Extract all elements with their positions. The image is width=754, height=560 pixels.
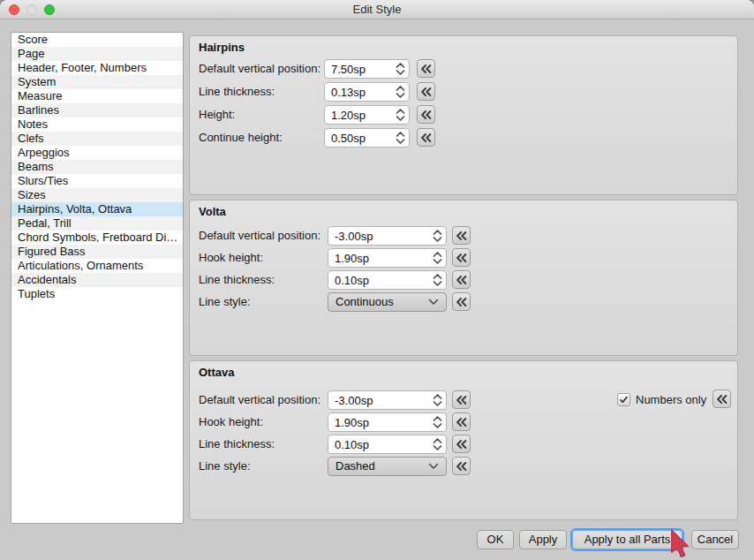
close-icon[interactable] — [9, 4, 19, 15]
sidebar-item-measure[interactable]: Measure — [11, 89, 183, 103]
chevron-down-icon[interactable] — [396, 139, 405, 144]
reset-icon — [455, 297, 468, 307]
reset-button[interactable] — [417, 82, 435, 101]
spinbox-input[interactable] — [325, 60, 391, 78]
chevron-down-icon[interactable] — [396, 93, 405, 98]
chevron-down-icon[interactable] — [433, 237, 442, 242]
sidebar-item-tuplets[interactable]: Tuplets — [11, 287, 183, 301]
hook-height-spinbox[interactable] — [328, 412, 447, 432]
spinbox-steppers[interactable] — [395, 129, 406, 147]
numbers-only-label: Numbers only — [636, 390, 706, 410]
reset-button[interactable] — [417, 128, 435, 147]
sidebar-item-arpeggios[interactable]: Arpeggios — [11, 146, 183, 160]
apply-button[interactable]: Apply — [519, 530, 567, 549]
spinbox-steppers[interactable] — [432, 271, 443, 289]
spinbox-input[interactable] — [325, 129, 391, 147]
reset-button[interactable] — [452, 292, 471, 311]
cancel-button[interactable]: Cancel — [691, 530, 739, 549]
sidebar-item-notes[interactable]: Notes — [11, 117, 183, 132]
apply-to-all-parts-button[interactable]: Apply to all Parts — [572, 530, 682, 549]
hook-height-spinbox[interactable] — [328, 248, 447, 268]
chevron-up-icon[interactable] — [396, 132, 405, 137]
sidebar-item-chord-symbols[interactable]: Chord Symbols, Fretboard Di… — [11, 231, 183, 245]
field-label: Hook height: — [199, 248, 263, 268]
ok-button[interactable]: OK — [477, 530, 514, 549]
spinbox-steppers[interactable] — [432, 227, 443, 245]
chevron-up-icon[interactable] — [396, 86, 405, 91]
field-label: Line thickness: — [199, 82, 275, 102]
checkmark-icon — [619, 395, 629, 405]
sidebar-item-figured-bass[interactable]: Figured Bass — [11, 245, 183, 259]
sidebar-item-sizes[interactable]: Sizes — [11, 188, 183, 202]
spinbox-input[interactable] — [325, 106, 391, 124]
chevron-up-icon[interactable] — [433, 438, 442, 443]
spinbox-steppers[interactable] — [395, 83, 406, 101]
reset-button[interactable] — [417, 105, 435, 124]
sidebar-item-articulations[interactable]: Articulations, Ornaments — [11, 259, 183, 273]
continue-height-spinbox[interactable] — [324, 128, 410, 148]
field-label: Height: — [199, 105, 235, 125]
reset-button[interactable] — [452, 270, 471, 289]
volta-default-vertical-position-row: Default vertical position: — [190, 226, 737, 246]
reset-button[interactable] — [452, 435, 471, 453]
reset-button[interactable] — [452, 412, 471, 431]
default-vertical-position-spinbox[interactable] — [324, 59, 410, 79]
reset-button[interactable] — [452, 457, 471, 475]
spinbox-steppers[interactable] — [395, 60, 406, 78]
chevron-down-icon[interactable] — [433, 423, 442, 428]
chevron-down-icon[interactable] — [396, 70, 405, 75]
reset-button[interactable] — [452, 226, 471, 245]
spinbox-input[interactable] — [328, 249, 428, 267]
spinbox-steppers[interactable] — [432, 413, 443, 431]
chevron-down-icon[interactable] — [396, 116, 405, 121]
sidebar-item-hairpins-volta-ottava[interactable]: Hairpins, Volta, Ottava — [11, 202, 183, 216]
sidebar-item-accidentals[interactable]: Accidentals — [11, 273, 183, 287]
reset-button[interactable] — [713, 390, 731, 408]
line-style-value: Dashed — [336, 459, 375, 473]
ottava-line-style-row: Line style: Dashed — [190, 457, 737, 476]
spinbox-input[interactable] — [328, 227, 428, 245]
chevron-up-icon[interactable] — [433, 252, 442, 257]
chevron-up-icon[interactable] — [433, 230, 442, 235]
sidebar-item-beams[interactable]: Beams — [11, 160, 183, 174]
ottava-hook-height-row: Hook height: — [190, 412, 737, 432]
spinbox-steppers[interactable] — [395, 106, 406, 124]
sidebar-item-pedal-trill[interactable]: Pedal, Trill — [11, 216, 183, 231]
spinbox-input[interactable] — [325, 83, 391, 101]
sidebar-item-header-footer[interactable]: Header, Footer, Numbers — [11, 61, 183, 75]
sidebar-item-page[interactable]: Page — [11, 47, 183, 61]
reset-button[interactable] — [452, 248, 471, 267]
field-label: Hook height: — [199, 412, 263, 432]
volta-hook-height-row: Hook height: — [190, 248, 737, 268]
sidebar-item-clefs[interactable]: Clefs — [11, 132, 183, 146]
height-spinbox[interactable] — [324, 105, 410, 125]
chevron-up-icon[interactable] — [433, 274, 442, 279]
default-vertical-position-spinbox[interactable] — [328, 226, 447, 246]
numbers-only-checkbox[interactable] — [617, 393, 630, 406]
line-thickness-spinbox[interactable] — [328, 270, 447, 290]
sidebar-item-slurs-ties[interactable]: Slurs/Ties — [11, 174, 183, 188]
line-style-select[interactable]: Continuous — [328, 292, 447, 312]
spinbox-input[interactable] — [328, 271, 428, 289]
hairpins-groupbox: Hairpins Default vertical position: Line… — [189, 35, 738, 195]
sidebar-item-barlines[interactable]: Barlines — [11, 103, 183, 117]
chevron-down-icon[interactable] — [433, 445, 442, 450]
line-thickness-spinbox[interactable] — [328, 435, 447, 454]
spinbox-input[interactable] — [328, 435, 428, 453]
chevron-up-icon[interactable] — [433, 416, 442, 421]
line-thickness-spinbox[interactable] — [324, 82, 410, 102]
chevron-up-icon[interactable] — [396, 63, 405, 68]
sidebar-item-system[interactable]: System — [11, 75, 183, 89]
zoom-icon[interactable] — [44, 4, 55, 15]
sidebar-item-score[interactable]: Score — [11, 33, 183, 47]
titlebar: Edit Style — [0, 0, 754, 19]
field-label: Continue height: — [199, 128, 283, 148]
line-style-select[interactable]: Dashed — [328, 457, 447, 476]
spinbox-input[interactable] — [328, 413, 428, 431]
reset-button[interactable] — [417, 59, 435, 78]
chevron-up-icon[interactable] — [396, 109, 405, 114]
chevron-down-icon[interactable] — [433, 281, 442, 286]
chevron-down-icon[interactable] — [433, 259, 442, 264]
spinbox-steppers[interactable] — [432, 249, 443, 267]
spinbox-steppers[interactable] — [432, 435, 443, 453]
